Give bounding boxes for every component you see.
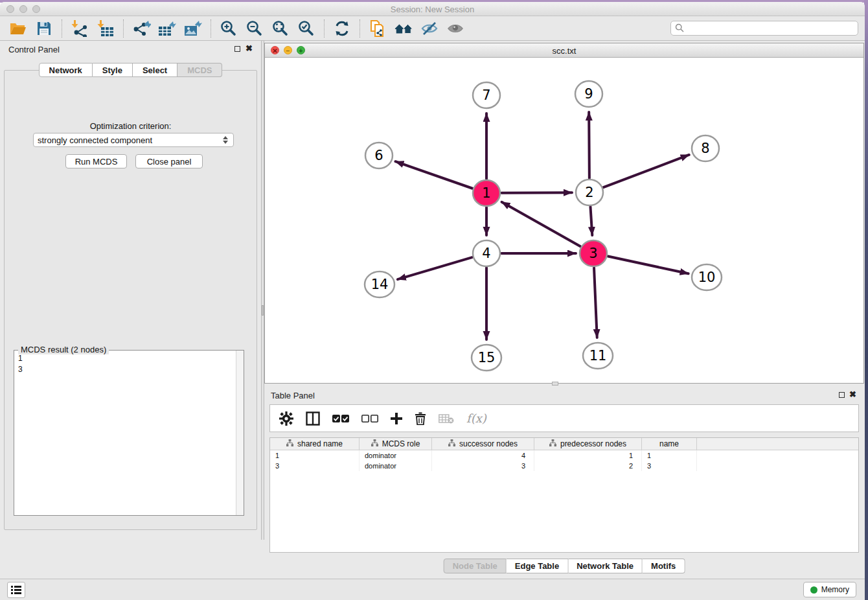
apply-layout-icon[interactable] — [332, 19, 352, 38]
graph-edge-2-8[interactable] — [604, 155, 689, 187]
graph-node-14[interactable]: 14 — [365, 271, 394, 297]
svg-text:15: 15 — [478, 350, 496, 365]
panel-splitter-horizontal[interactable] — [552, 382, 558, 386]
column-header-shared-name[interactable]: shared name — [270, 438, 360, 450]
zoom-fit-icon[interactable] — [271, 19, 290, 38]
search-icon — [675, 23, 684, 35]
show-all-icon[interactable] — [446, 19, 465, 38]
graph-node-11[interactable]: 11 — [583, 343, 613, 369]
table-row[interactable]: 1dominator411 — [270, 450, 858, 461]
column-header-MCDS-role[interactable]: MCDS role — [360, 438, 432, 450]
import-network-icon[interactable] — [70, 19, 89, 38]
graph-node-3[interactable]: 3 — [580, 240, 607, 266]
tab-mcds[interactable]: MCDS — [177, 63, 222, 77]
toolbar-separator — [123, 19, 124, 38]
column-header-successor-nodes[interactable]: successor nodes — [432, 438, 534, 450]
export-network-icon[interactable] — [131, 19, 151, 38]
graph-node-9[interactable]: 9 — [575, 81, 602, 107]
run-mcds-button[interactable]: Run MCDS — [65, 154, 127, 168]
graph-node-15[interactable]: 15 — [472, 345, 501, 371]
export-image-icon[interactable] — [183, 19, 203, 38]
hide-selected-icon[interactable] — [420, 19, 439, 38]
graph-edge-4-14[interactable] — [398, 257, 472, 279]
graph-edge-1-2[interactable] — [501, 192, 572, 193]
svg-text:2: 2 — [585, 185, 593, 200]
close-panel-icon[interactable]: ✖ — [246, 44, 253, 53]
table-cell[interactable]: 1 — [642, 450, 697, 461]
mcds-panel-body: Optimization criterion: strongly connect… — [4, 70, 257, 530]
svg-text:6: 6 — [374, 148, 383, 163]
table-body: 1dominator4113dominator323 — [270, 450, 858, 471]
table-cell[interactable]: 4 — [432, 450, 534, 461]
open-session-icon[interactable] — [8, 19, 28, 38]
memory-status-icon — [810, 586, 817, 594]
window-title: Session: New Session — [0, 5, 865, 14]
clone-network-icon[interactable] — [368, 19, 387, 38]
optimization-criterion-dropdown[interactable]: strongly connected component — [33, 133, 234, 147]
tab-style[interactable]: Style — [93, 63, 133, 77]
graph-edge-1-6[interactable] — [395, 161, 472, 189]
svg-text:8: 8 — [701, 141, 709, 156]
add-column-icon[interactable] — [391, 413, 402, 424]
status-bar: Memory — [0, 579, 865, 600]
graph-node-4[interactable]: 4 — [473, 240, 500, 266]
save-session-icon[interactable] — [34, 19, 54, 38]
close-table-panel-icon[interactable]: ✖ — [849, 390, 856, 399]
column-header-name[interactable]: name — [642, 438, 697, 450]
column-tree-icon — [371, 439, 378, 448]
close-panel-button[interactable]: Close panel — [135, 154, 203, 168]
mcds-result-box[interactable]: MCDS result (2 nodes) 1 3 — [14, 350, 244, 516]
table-cell[interactable]: 3 — [270, 461, 360, 471]
table-cell[interactable]: dominator — [360, 461, 432, 471]
tab-edge-table[interactable]: Edge Table — [507, 559, 568, 573]
task-history-button[interactable] — [7, 582, 25, 598]
graph-node-8[interactable]: 8 — [692, 135, 719, 161]
graph-node-2[interactable]: 2 — [576, 179, 603, 205]
table-cell[interactable]: 3 — [432, 461, 534, 471]
tab-network[interactable]: Network — [39, 63, 93, 77]
toolbar-separator — [211, 19, 211, 38]
import-table-icon[interactable] — [96, 19, 115, 38]
splitter-handle-icon[interactable] — [262, 305, 264, 316]
table-cell[interactable]: 1 — [534, 450, 642, 461]
table-cell[interactable]: 1 — [270, 450, 360, 461]
graph-node-1[interactable]: 1 — [473, 180, 500, 206]
first-neighbors-icon[interactable] — [394, 19, 413, 38]
export-table-icon[interactable] — [157, 19, 177, 38]
graph-node-7[interactable]: 7 — [473, 82, 500, 108]
graph-node-10[interactable]: 10 — [692, 264, 722, 290]
tab-node-table[interactable]: Node Table — [444, 559, 507, 573]
graph-edge-3-11[interactable] — [594, 268, 597, 338]
table-cell[interactable]: 3 — [642, 461, 697, 471]
toolbar-separator — [324, 19, 325, 38]
tab-select[interactable]: Select — [133, 63, 177, 77]
network-canvas[interactable]: 7968124314101511 — [265, 58, 863, 383]
table-row[interactable]: 3dominator323 — [270, 461, 858, 471]
split-view-icon[interactable] — [306, 411, 320, 426]
delete-column-icon[interactable] — [415, 412, 426, 425]
table-settings-icon[interactable] — [279, 411, 293, 426]
memory-button[interactable]: Memory — [803, 582, 856, 597]
column-tree-icon — [286, 439, 293, 448]
tab-motifs[interactable]: Motifs — [643, 559, 685, 573]
search-input[interactable] — [670, 21, 858, 36]
control-panel-title: Control Panel — [8, 45, 60, 54]
table-cell[interactable]: 2 — [534, 461, 642, 471]
result-scrollbar[interactable] — [236, 351, 244, 515]
graph-edge-2-9[interactable] — [589, 112, 589, 178]
list-icon — [11, 586, 21, 594]
zoom-in-icon[interactable] — [219, 19, 238, 38]
float-panel-icon[interactable] — [234, 46, 240, 52]
tab-network-table[interactable]: Network Table — [568, 559, 643, 573]
graph-node-6[interactable]: 6 — [365, 143, 393, 168]
float-table-panel-icon[interactable] — [839, 392, 845, 398]
zoom-selected-icon[interactable] — [297, 19, 316, 38]
unselect-all-columns-icon[interactable] — [361, 414, 378, 423]
graph-edge-3-1[interactable] — [502, 202, 580, 246]
table-cell[interactable]: dominator — [360, 450, 432, 461]
graph-edge-2-3[interactable] — [590, 207, 592, 235]
graph-edge-3-10[interactable] — [608, 257, 689, 274]
zoom-out-icon[interactable] — [245, 19, 264, 38]
column-header-predecessor-nodes[interactable]: predecessor nodes — [534, 438, 642, 450]
select-all-columns-icon[interactable] — [332, 414, 349, 423]
